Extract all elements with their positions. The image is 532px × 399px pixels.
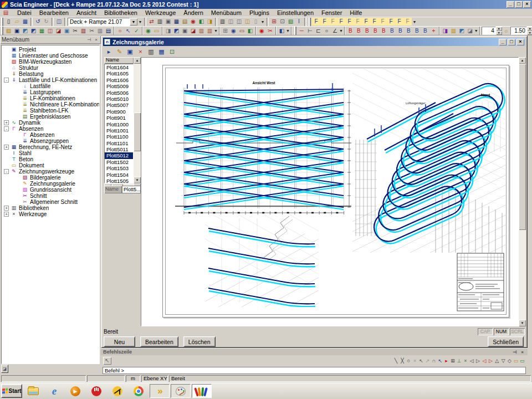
- taskbar-paint-button[interactable]: [171, 384, 191, 398]
- snap-k-2-icon[interactable]: ▷: [475, 357, 481, 365]
- snap-arrow-b-icon[interactable]: ↗: [424, 357, 431, 365]
- copy-add-icon[interactable]: ▧: [4, 27, 13, 35]
- close-window-icon[interactable]: ×: [523, 1, 531, 8]
- plot-list-item[interactable]: Plott901: [105, 115, 133, 121]
- tree-item[interactable]: ⇊ Lastgruppen: [2, 89, 99, 95]
- view-flag-8-icon[interactable]: F: [370, 18, 378, 25]
- filter-a-icon[interactable]: ◩: [458, 27, 466, 35]
- scroll-thumb[interactable]: [519, 64, 526, 230]
- check-green-icon[interactable]: ✓: [132, 27, 141, 35]
- taskbar-scia-engineer-button[interactable]: [192, 384, 212, 398]
- view-flag-1-icon[interactable]: F: [312, 18, 320, 25]
- view-flag-11-icon[interactable]: F: [395, 18, 403, 25]
- canvas-vscrollbar[interactable]: ▲ ▼: [519, 57, 526, 326]
- taskbar-touch-app-button[interactable]: [86, 384, 106, 398]
- plot-list-item[interactable]: Plott1505: [105, 178, 133, 183]
- snap-k-4-icon[interactable]: ▷: [488, 357, 494, 365]
- spin-up-icon[interactable]: ▲: [496, 27, 502, 31]
- copy-book-icon[interactable]: ◪: [54, 27, 63, 35]
- group-1-icon[interactable]: ◨: [164, 27, 172, 35]
- tree-expander-icon[interactable]: +: [4, 206, 9, 211]
- delete-red-icon[interactable]: ×: [136, 47, 145, 56]
- scissors-1-icon[interactable]: ✂: [71, 27, 79, 35]
- tree-expander-icon[interactable]: +: [4, 145, 9, 150]
- printer-2-icon[interactable]: ▥: [218, 18, 227, 25]
- snap-off-icon[interactable]: ×: [412, 357, 418, 365]
- toolbar-overflow-icon[interactable]: ▼: [474, 29, 478, 33]
- folder-link-4-icon[interactable]: ◧: [246, 27, 254, 35]
- filter-b-icon[interactable]: ◪: [466, 27, 474, 35]
- plot-list-item[interactable]: Plott5006: [105, 90, 133, 96]
- paste-doc-icon[interactable]: ◩: [29, 27, 38, 35]
- plot-list-item[interactable]: Plott1001: [105, 127, 133, 134]
- pin-view-icon[interactable]: ▸: [104, 47, 114, 56]
- copy-doc-icon[interactable]: ▣: [13, 27, 21, 35]
- view-flag-10-icon[interactable]: F: [387, 18, 395, 25]
- clipboard-icon[interactable]: ▤: [181, 18, 189, 25]
- tree-item[interactable]: + ∿ Dynamik: [2, 120, 99, 126]
- menu-item[interactable]: Ansicht: [73, 9, 100, 16]
- menu-item[interactable]: Menübaum: [207, 9, 245, 16]
- view-flag-2-icon[interactable]: F: [320, 18, 329, 25]
- beam-2-icon[interactable]: B: [355, 27, 363, 35]
- beam-3-icon[interactable]: B: [363, 27, 371, 35]
- toolbar-overflow-icon[interactable]: ▼: [412, 20, 417, 24]
- plot-list-item[interactable]: Plott1502: [105, 159, 133, 165]
- toolbar-overflow-icon[interactable]: ▼: [137, 20, 143, 24]
- beam-7-icon[interactable]: B: [396, 27, 405, 35]
- image-export-icon[interactable]: ▣: [164, 18, 172, 25]
- beam-1-icon[interactable]: B: [346, 27, 355, 35]
- folder-link-2-icon[interactable]: ◉: [229, 27, 238, 35]
- view-flag-5-icon[interactable]: F: [345, 18, 354, 25]
- save-icon[interactable]: ▦: [21, 18, 29, 25]
- snap-endpoint-icon[interactable]: ╲: [393, 357, 399, 365]
- calc-red-icon[interactable]: ⊞: [270, 18, 278, 25]
- stack-cut-icon[interactable]: ▥: [79, 27, 88, 35]
- lasso-red-icon[interactable]: ○: [116, 27, 124, 35]
- menu-item[interactable]: Plugins: [245, 9, 273, 16]
- close-button[interactable]: Schließen: [488, 336, 524, 347]
- snap-tangent-icon[interactable]: ∩: [431, 357, 437, 365]
- close-small-icon[interactable]: ×: [519, 349, 525, 355]
- status-unit[interactable]: m: [126, 375, 140, 382]
- tree-item[interactable]: ⇊ Stahlbeton-LFK: [2, 108, 99, 114]
- scroll-up-icon[interactable]: ▲: [519, 57, 526, 64]
- snap-k-3-icon[interactable]: ◁: [481, 357, 487, 365]
- snap-grid-icon[interactable]: ⊞: [449, 357, 456, 365]
- group-quiet-icon[interactable]: ▣: [181, 27, 189, 35]
- copy-gallery-icon[interactable]: ▣: [125, 47, 135, 56]
- toolbar-handle[interactable]: [1, 27, 3, 35]
- tree-item[interactable]: + ▥ Bibliotheken: [2, 205, 99, 211]
- wizard-1-icon[interactable]: ▥: [197, 27, 206, 35]
- wheel-red-icon[interactable]: ◉: [189, 18, 197, 25]
- tree-item[interactable]: ⇊ Absenzgruppen: [2, 138, 99, 144]
- wand-tool-icon[interactable]: ▥: [206, 27, 214, 35]
- cursor-select-icon[interactable]: ↖: [124, 27, 132, 35]
- cursor-arrow-icon[interactable]: ↖: [103, 357, 111, 365]
- tree-expander-icon[interactable]: -: [4, 78, 9, 83]
- command-line-titlebar[interactable]: Befehlszeile ⊤ ×: [101, 349, 528, 355]
- tree-item[interactable]: - Γ Absenzen: [2, 126, 99, 132]
- beam-8-icon[interactable]: B: [405, 27, 413, 35]
- tree-item[interactable]: I Stahl: [2, 150, 99, 156]
- tree-expander-icon[interactable]: -: [4, 169, 9, 174]
- project-links-icon[interactable]: ⇄: [147, 18, 156, 25]
- tree-item[interactable]: + ▦ Berechnung, FE-Netz: [2, 144, 99, 150]
- menu-item[interactable]: Bearbeiten: [35, 9, 73, 16]
- copy-stack-icon[interactable]: ◩: [21, 27, 29, 35]
- folder-link-3-icon[interactable]: ▭: [238, 27, 246, 35]
- dim-box-icon[interactable]: ⊏: [314, 27, 323, 35]
- view-flag-3-icon[interactable]: F: [329, 18, 337, 25]
- taskbar-chrome-button[interactable]: [129, 384, 149, 398]
- pin-icon[interactable]: ⊤: [511, 349, 518, 355]
- tree-item[interactable]: ✂ Schnitt: [2, 193, 99, 199]
- save-disk-icon[interactable]: ◨: [441, 27, 449, 35]
- snap-plane-a-icon[interactable]: ▭: [513, 357, 519, 365]
- maximize-window-icon[interactable]: □: [515, 1, 523, 8]
- view-flag-6-icon[interactable]: F: [354, 18, 362, 25]
- tree-item[interactable]: ▤ Ergebnisklassen: [2, 114, 99, 120]
- eye-red-icon[interactable]: ◉: [258, 27, 266, 35]
- gallery-action-button[interactable]: Löschen: [183, 336, 216, 347]
- snap-k-5-icon[interactable]: △: [494, 357, 500, 365]
- picture-b-icon[interactable]: ◨: [206, 18, 214, 25]
